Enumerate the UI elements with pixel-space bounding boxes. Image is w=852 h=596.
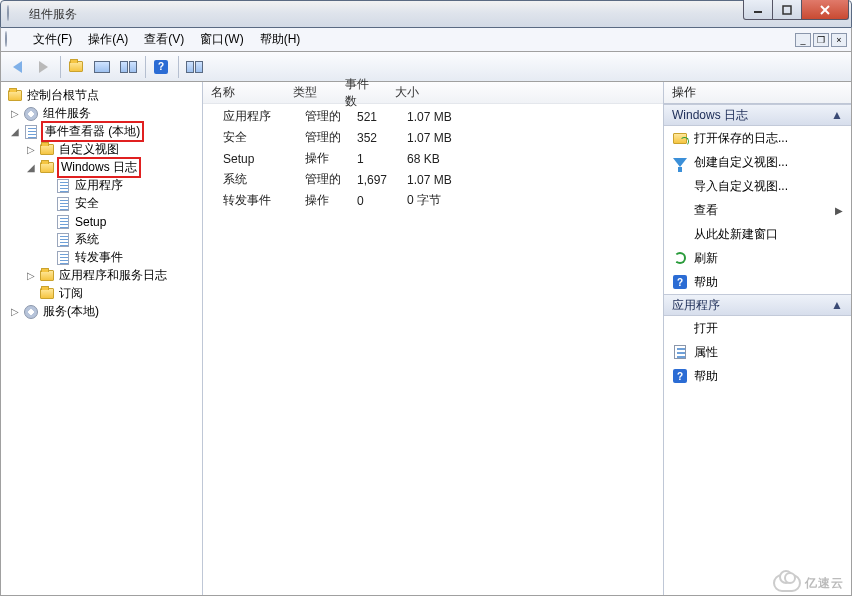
tree-security-log[interactable]: 安全 <box>3 194 200 212</box>
action-label: 属性 <box>694 344 718 361</box>
expand-icon[interactable]: ▷ <box>9 108 21 119</box>
cell-size: 1.07 MB <box>399 131 479 145</box>
action-open-saved-log[interactable]: 打开保存的日志... <box>664 126 851 150</box>
show-panes-button[interactable] <box>116 55 140 79</box>
tree-setup-log[interactable]: Setup <box>3 212 200 230</box>
menu-file[interactable]: 文件(F) <box>25 29 80 50</box>
tree-system-log[interactable]: 系统 <box>3 230 200 248</box>
funnel-icon <box>672 154 688 170</box>
gear-icon <box>23 304 39 320</box>
mdi-minimize-button[interactable]: _ <box>795 33 811 47</box>
tree-label: 应用程序和服务日志 <box>57 267 169 284</box>
cell-type: 管理的 <box>297 108 349 125</box>
tree-label: Setup <box>73 215 108 229</box>
list-body: 应用程序 管理的 521 1.07 MB 安全 管理的 352 1.07 MB … <box>203 104 663 211</box>
tree-label: 服务(本地) <box>41 303 101 320</box>
action-help-2[interactable]: ? 帮助 <box>664 364 851 388</box>
action-new-window[interactable]: 从此处新建窗口 <box>664 222 851 246</box>
folder-icon <box>39 160 55 176</box>
tree-services-local[interactable]: ▷ 服务(本地) <box>3 302 200 320</box>
expand-icon[interactable]: ▷ <box>25 270 37 281</box>
svg-rect-1 <box>783 6 791 14</box>
tree-label: Windows 日志 <box>57 157 141 178</box>
col-name[interactable]: 名称 <box>203 84 285 101</box>
actions-section-windows-logs[interactable]: Windows 日志 ▲ <box>664 104 851 126</box>
up-button[interactable] <box>64 55 88 79</box>
minimize-button[interactable] <box>743 0 773 20</box>
show-tree-button[interactable] <box>90 55 114 79</box>
cell-count: 521 <box>349 110 399 124</box>
back-button[interactable] <box>5 55 29 79</box>
list-row[interactable]: 转发事件 操作 0 0 字节 <box>203 190 663 211</box>
forward-button[interactable] <box>31 55 55 79</box>
action-open[interactable]: 打开 <box>664 316 851 340</box>
cell-type: 操作 <box>297 150 349 167</box>
cell-count: 0 <box>349 194 399 208</box>
collapse-icon[interactable]: ◢ <box>25 162 37 173</box>
action-label: 刷新 <box>694 250 718 267</box>
tree-panel[interactable]: 控制台根节点 ▷ 组件服务 ◢ 事件查看器 (本地) ▷ 自定义视图 ◢ Win… <box>1 82 203 595</box>
list-row[interactable]: Setup 操作 1 68 KB <box>203 148 663 169</box>
window-buttons <box>744 0 849 20</box>
action-create-custom-view[interactable]: 创建自定义视图... <box>664 150 851 174</box>
tree-app-log[interactable]: 应用程序 <box>3 176 200 194</box>
log-icon <box>55 196 71 212</box>
tree-windows-logs[interactable]: ◢ Windows 日志 <box>3 158 200 176</box>
list-row[interactable]: 安全 管理的 352 1.07 MB <box>203 127 663 148</box>
toolbar-separator <box>145 56 146 78</box>
action-label: 帮助 <box>694 368 718 385</box>
chevron-up-icon: ▲ <box>831 298 843 312</box>
import-icon <box>672 178 688 194</box>
blank-icon <box>672 226 688 242</box>
menu-window[interactable]: 窗口(W) <box>192 29 251 50</box>
action-properties[interactable]: 属性 <box>664 340 851 364</box>
mdi-restore-button[interactable]: ❐ <box>813 33 829 47</box>
collapse-icon[interactable]: ◢ <box>9 126 21 137</box>
help-button[interactable]: ? <box>149 55 173 79</box>
action-import-custom-view[interactable]: 导入自定义视图... <box>664 174 851 198</box>
tree-event-viewer[interactable]: ◢ 事件查看器 (本地) <box>3 122 200 140</box>
action-refresh[interactable]: 刷新 <box>664 246 851 270</box>
cell-count: 1,697 <box>349 173 399 187</box>
cell-size: 0 字节 <box>399 192 479 209</box>
action-label: 导入自定义视图... <box>694 178 788 195</box>
window-titlebar: 组件服务 <box>0 0 852 28</box>
tree-root[interactable]: 控制台根节点 <box>3 86 200 104</box>
tree-label: 应用程序 <box>73 177 125 194</box>
menu-action[interactable]: 操作(A) <box>80 29 136 50</box>
log-icon <box>55 250 71 266</box>
list-row[interactable]: 应用程序 管理的 521 1.07 MB <box>203 106 663 127</box>
action-pane-button[interactable] <box>182 55 206 79</box>
cell-count: 1 <box>349 152 399 166</box>
maximize-button[interactable] <box>772 0 802 20</box>
cell-size: 1.07 MB <box>399 110 479 124</box>
tree-custom-views[interactable]: ▷ 自定义视图 <box>3 140 200 158</box>
section-label: Windows 日志 <box>672 107 748 124</box>
blank-icon <box>672 202 688 218</box>
tree-subscriptions[interactable]: 订阅 <box>3 284 200 302</box>
col-type[interactable]: 类型 <box>285 84 337 101</box>
cell-type: 管理的 <box>297 171 349 188</box>
help-icon: ? <box>672 274 688 290</box>
mdi-close-button[interactable]: × <box>831 33 847 47</box>
action-help[interactable]: ? 帮助 <box>664 270 851 294</box>
tree-label: 系统 <box>73 231 101 248</box>
tree-comp-services[interactable]: ▷ 组件服务 <box>3 104 200 122</box>
client-area: 控制台根节点 ▷ 组件服务 ◢ 事件查看器 (本地) ▷ 自定义视图 ◢ Win… <box>0 82 852 596</box>
action-label: 从此处新建窗口 <box>694 226 778 243</box>
menu-help[interactable]: 帮助(H) <box>252 29 309 50</box>
tree-forwarded-log[interactable]: 转发事件 <box>3 248 200 266</box>
list-row[interactable]: 系统 管理的 1,697 1.07 MB <box>203 169 663 190</box>
actions-section-application[interactable]: 应用程序 ▲ <box>664 294 851 316</box>
gear-icon <box>23 106 39 122</box>
expand-icon[interactable]: ▷ <box>9 306 21 317</box>
close-button[interactable] <box>801 0 849 20</box>
col-size[interactable]: 大小 <box>387 84 467 101</box>
tree-app-service-logs[interactable]: ▷ 应用程序和服务日志 <box>3 266 200 284</box>
expand-icon[interactable]: ▷ <box>25 144 37 155</box>
cell-count: 352 <box>349 131 399 145</box>
action-view[interactable]: 查看 ▶ <box>664 198 851 222</box>
menubar: 文件(F) 操作(A) 查看(V) 窗口(W) 帮助(H) _ ❐ × <box>0 28 852 52</box>
event-viewer-icon <box>23 124 39 140</box>
menu-view[interactable]: 查看(V) <box>136 29 192 50</box>
